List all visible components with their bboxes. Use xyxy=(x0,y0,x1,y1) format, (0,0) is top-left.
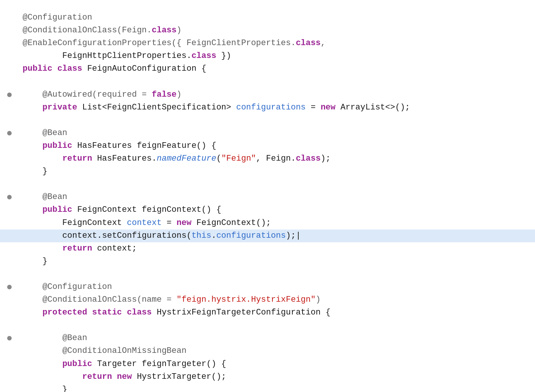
token-normal: , Feign. xyxy=(256,154,296,163)
code-content xyxy=(19,319,535,332)
token-normal: context; xyxy=(92,244,137,253)
token-normal xyxy=(23,141,43,150)
code-line xyxy=(0,319,535,332)
token-normal xyxy=(23,282,43,292)
code-content: FeignContext context = new FeignContext(… xyxy=(19,217,535,229)
code-line: @Bean xyxy=(0,127,535,140)
code-content: @Configuration xyxy=(19,281,535,293)
token-normal: } xyxy=(23,257,47,266)
collapse-indicator[interactable] xyxy=(7,336,12,340)
token-normal: . xyxy=(211,231,216,240)
code-line: @Bean xyxy=(0,332,535,345)
code-line: return context; xyxy=(0,242,535,255)
token-normal xyxy=(23,372,82,381)
code-line xyxy=(0,178,535,191)
code-line: protected static class HystrixFeignTarge… xyxy=(0,306,535,319)
code-line: return new HystrixTargeter(); xyxy=(0,371,535,383)
gutter-marker xyxy=(0,131,19,135)
token-kw: false xyxy=(152,90,176,99)
code-line: } xyxy=(0,165,535,178)
code-line xyxy=(0,268,535,281)
token-normal xyxy=(23,192,43,202)
token-kw: class xyxy=(127,308,152,317)
token-normal xyxy=(23,205,43,214)
token-kw: new xyxy=(321,103,336,112)
token-normal xyxy=(23,128,43,138)
collapse-indicator[interactable] xyxy=(7,195,12,199)
gutter-marker xyxy=(0,93,19,97)
token-ann: @Bean xyxy=(43,192,67,202)
token-ann: @ConditionalOnMissingBean xyxy=(62,346,187,356)
token-normal: }) xyxy=(216,51,231,61)
code-line: } xyxy=(0,255,535,268)
code-content: public class FeignAutoConfiguration { xyxy=(19,62,535,75)
token-normal: FeignContext(); xyxy=(192,218,271,228)
token-kw: public xyxy=(62,359,92,369)
token-ann: @Autowired(required = xyxy=(43,90,152,99)
token-normal: );| xyxy=(286,231,301,240)
code-line: public class FeignAutoConfiguration { xyxy=(0,62,535,75)
token-ann: ) xyxy=(316,295,321,304)
token-normal: = xyxy=(306,103,321,112)
token-ann: @Configuration xyxy=(43,282,112,292)
code-content: @ConditionalOnMissingBean xyxy=(19,345,535,357)
token-normal: FeignContext feignContext() { xyxy=(72,205,221,214)
token-normal xyxy=(23,359,62,369)
token-normal xyxy=(23,308,43,317)
token-kw: private xyxy=(43,103,77,112)
code-line: public FeignContext feignContext() { xyxy=(0,204,535,216)
gutter-marker xyxy=(0,285,19,289)
token-kw: class xyxy=(296,38,321,48)
code-content: context.setConfigurations(this.configura… xyxy=(19,229,535,242)
collapse-indicator[interactable] xyxy=(7,93,12,97)
token-ann: @Configuration xyxy=(23,13,92,22)
code-line: @ConditionalOnClass(Feign.class) xyxy=(0,24,535,37)
code-content xyxy=(19,75,535,88)
code-line: @ConditionalOnMissingBean xyxy=(0,345,535,357)
token-ann: , xyxy=(321,38,325,48)
code-line: return HasFeatures.namedFeature("Feign",… xyxy=(0,152,535,165)
token-normal: = xyxy=(162,218,177,228)
token-ann: ) xyxy=(176,90,181,99)
code-content: @Bean xyxy=(19,127,535,140)
code-line: @Autowired(required = false) xyxy=(0,88,535,101)
code-content: @Configuration xyxy=(19,11,535,24)
code-line: @Bean xyxy=(0,191,535,204)
token-ann: @EnableConfigurationProperties({ FeignCl… xyxy=(23,38,296,48)
token-normal: } xyxy=(23,385,67,392)
gutter-marker xyxy=(0,336,19,340)
code-line xyxy=(0,114,535,127)
token-normal xyxy=(23,90,43,99)
code-content: @ConditionalOnClass(name = "feign.hystri… xyxy=(19,293,535,306)
token-normal xyxy=(23,244,62,253)
token-normal xyxy=(122,308,127,317)
token-normal: HasFeatures feignFeature() { xyxy=(72,141,216,150)
token-method-call: namedFeature xyxy=(157,154,216,163)
token-normal: ); xyxy=(321,154,330,163)
code-content: } xyxy=(19,255,535,268)
collapse-indicator[interactable] xyxy=(7,131,12,135)
token-str: "Feign" xyxy=(221,154,256,163)
code-line: public HasFeatures feignFeature() { xyxy=(0,140,535,152)
token-normal xyxy=(23,103,43,112)
token-kw: class xyxy=(152,26,176,35)
token-normal: context.setConfigurations( xyxy=(23,231,192,240)
code-content: protected static class HystrixFeignTarge… xyxy=(19,306,535,319)
token-normal: ( xyxy=(216,154,221,163)
code-content xyxy=(19,178,535,191)
token-normal xyxy=(112,372,117,381)
token-kw: class xyxy=(57,64,82,73)
collapse-indicator[interactable] xyxy=(7,285,12,289)
code-content: @EnableConfigurationProperties({ FeignCl… xyxy=(19,37,535,50)
token-normal: } xyxy=(23,167,47,176)
token-str: "feign.hystrix.HystrixFeign" xyxy=(176,295,316,304)
token-normal: HasFeatures. xyxy=(92,154,157,163)
token-normal xyxy=(23,154,62,163)
token-kw: new xyxy=(176,218,192,228)
token-normal xyxy=(23,333,62,343)
token-normal: HystrixFeignTargeterConfiguration { xyxy=(152,308,330,317)
token-field: configurations xyxy=(216,231,286,240)
token-normal xyxy=(23,295,43,304)
token-kw: class xyxy=(192,51,216,61)
code-content: return HasFeatures.namedFeature("Feign",… xyxy=(19,152,535,165)
